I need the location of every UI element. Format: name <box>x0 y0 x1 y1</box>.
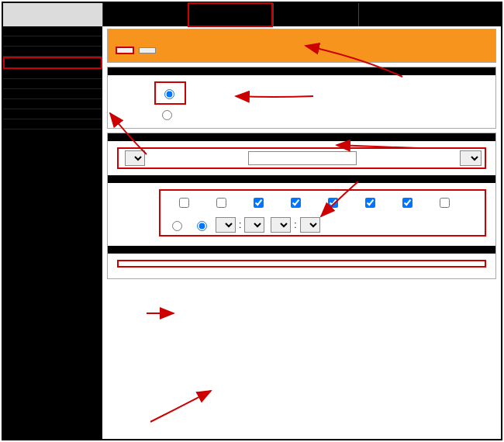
day-chk-5[interactable] <box>365 198 375 208</box>
sidebar-item-port-forward[interactable] <box>3 26 102 36</box>
day-chk-2[interactable] <box>254 198 264 208</box>
radio-range[interactable] <box>197 221 207 231</box>
sidebar-item-virtual-server[interactable] <box>3 36 102 47</box>
radio-allow[interactable] <box>164 89 174 99</box>
day-chk-1[interactable] <box>216 198 226 208</box>
main-content: : : <box>102 26 501 439</box>
to-hour[interactable] <box>271 217 291 233</box>
day-chk-6[interactable] <box>402 198 413 208</box>
sidebar-item-wifi-adv[interactable] <box>3 89 102 99</box>
sidebar-item-net-adv[interactable] <box>3 109 102 119</box>
tab-tools[interactable] <box>273 3 358 26</box>
access-panel <box>107 29 496 63</box>
from-hour[interactable] <box>216 217 236 233</box>
day-chk-3[interactable] <box>291 198 301 208</box>
to-min[interactable] <box>300 217 320 233</box>
tab-status[interactable] <box>358 3 444 26</box>
from-min[interactable] <box>244 217 264 233</box>
top-bar <box>3 3 501 26</box>
enable-group-select[interactable] <box>460 150 482 166</box>
mac-title <box>108 246 495 254</box>
access-title <box>108 29 495 36</box>
sidebar-item-parental[interactable] <box>3 69 102 79</box>
default-rule-title <box>108 67 495 75</box>
sidebar <box>3 26 102 439</box>
day-chk-7[interactable] <box>440 198 450 208</box>
group-row <box>117 147 486 169</box>
nosave-button[interactable] <box>139 47 156 54</box>
default-rule-panel <box>107 67 496 129</box>
tab-setup[interactable] <box>102 3 188 26</box>
radio-24h[interactable] <box>172 221 182 231</box>
group-time-mac-panel: : : <box>107 133 496 279</box>
model-label <box>3 3 102 26</box>
sidebar-item-firewall[interactable] <box>3 79 102 89</box>
access-desc <box>108 36 495 47</box>
sidebar-item-special-apps[interactable] <box>3 47 102 57</box>
save-button[interactable] <box>116 47 134 54</box>
top-nav <box>102 3 501 26</box>
day-chk-4[interactable] <box>328 198 338 208</box>
group-name-input[interactable] <box>248 151 357 165</box>
sidebar-item-static-route[interactable] <box>3 119 102 129</box>
radio-deny[interactable] <box>162 110 172 120</box>
group-select[interactable] <box>125 150 145 166</box>
time-title <box>108 175 495 183</box>
tab-advanced[interactable] <box>188 2 273 27</box>
group-title <box>108 133 495 141</box>
sidebar-item-access-control[interactable] <box>3 57 102 69</box>
sidebar-item-wifi-mac[interactable] <box>3 99 102 109</box>
day-chk-0[interactable] <box>179 198 189 208</box>
